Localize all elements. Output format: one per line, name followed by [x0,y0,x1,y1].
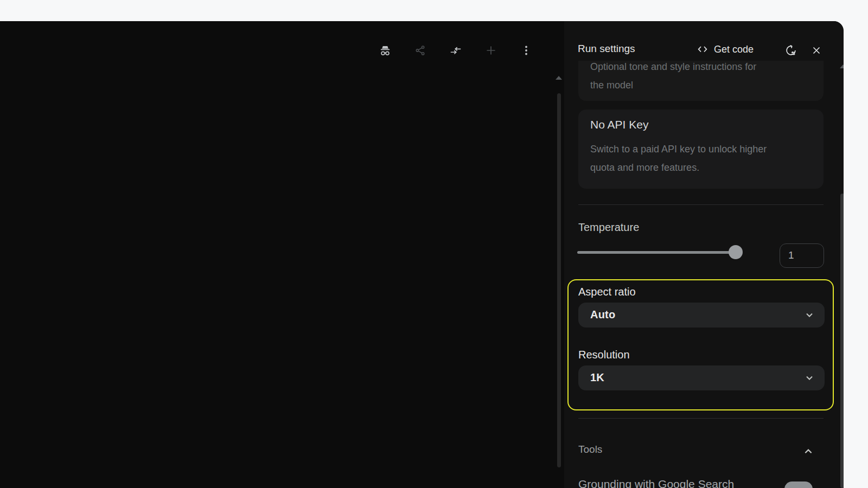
api-key-card: No API Key Switch to a paid API key to u… [578,110,824,189]
temperature-slider[interactable] [577,245,745,259]
tools-section-label: Tools [578,444,602,455]
get-code-button[interactable]: Get code [696,42,754,57]
close-icon[interactable] [808,42,825,59]
incognito-icon[interactable] [374,40,396,61]
divider [578,204,824,205]
prompt-area [0,21,564,488]
grounding-google-search-label: Grounding with Google Search [578,478,734,488]
system-instructions-placeholder-line2: the model [590,76,781,94]
api-key-card-body-line1: Switch to a paid API key to unlock highe… [590,140,805,158]
aspect-ratio-value: Auto [590,309,615,321]
app-root: Run settings Get code [0,0,868,488]
run-settings-panel: Run settings Get code [564,21,844,488]
chevron-down-icon [805,311,814,319]
panel-title: Run settings [578,43,635,55]
code-icon [696,43,709,56]
temperature-value-input[interactable]: 1 [780,243,824,268]
scroll-up-arrow[interactable] [556,76,562,80]
resolution-dropdown[interactable]: 1K [578,365,825,390]
resolution-label: Resolution [578,349,630,361]
highlight-outline [567,279,834,410]
app-window: Run settings Get code [0,21,844,488]
resolution-value: 1K [590,371,604,384]
main-scrollbar[interactable] [557,93,561,467]
aspect-ratio-dropdown[interactable]: Auto [578,303,825,328]
grounding-toggle[interactable] [784,481,813,488]
temperature-label: Temperature [578,221,639,234]
compare-icon[interactable] [445,40,467,61]
aspect-ratio-label: Aspect ratio [578,286,636,298]
api-key-card-body-line2: quota and more features. [590,158,805,177]
scroll-up-arrow[interactable] [840,65,844,68]
chevron-down-icon [805,374,814,382]
system-instructions-placeholder-line1: Optional tone and style instructions for [590,61,781,76]
temperature-slider-track[interactable] [577,251,736,254]
prompt-toolbar [374,40,537,61]
chevron-up-icon[interactable] [801,445,815,459]
api-key-card-title: No API Key [590,118,648,131]
temperature-value: 1 [788,249,824,261]
reset-settings-icon[interactable] [783,42,799,59]
share-icon[interactable] [410,40,431,61]
temperature-slider-thumb[interactable] [729,245,743,259]
panel-scrollbar[interactable] [840,194,844,488]
more-vert-icon[interactable] [515,40,537,61]
system-instructions-input[interactable]: Optional tone and style instructions for… [578,61,824,101]
get-code-label: Get code [714,44,754,55]
add-icon[interactable] [480,40,502,61]
divider [578,418,824,419]
